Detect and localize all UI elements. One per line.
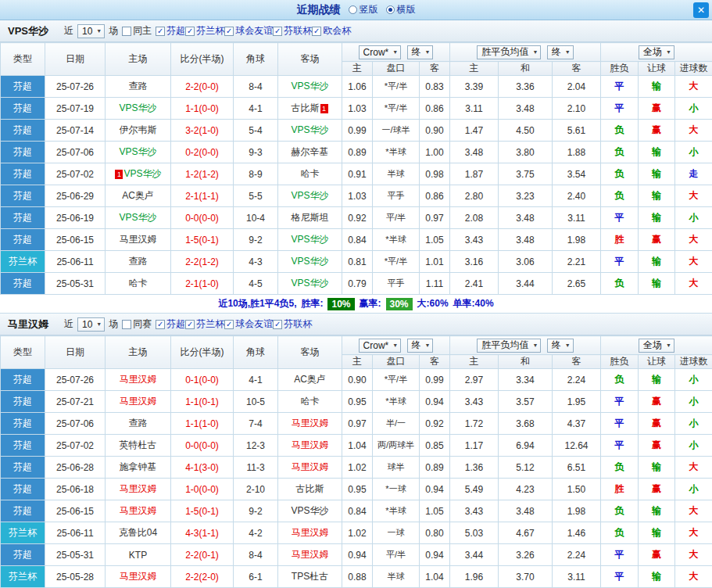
result-goals: 大 [675,273,712,295]
layout-vertical-radio[interactable]: 竖版 [349,3,378,16]
home-team-name: 马里汉姆 [120,571,157,582]
ah-away-odds: 1.01 [420,251,450,273]
ah-home-odds: 1.03 [342,98,373,120]
corner-score: 4-3 [234,251,278,273]
result-goals: 大 [675,185,712,207]
win-rate-label: 胜率: [301,297,323,310]
ah-away-odds: 0.99 [420,369,450,391]
odds-time-select[interactable]: 终 ▼ [407,45,434,59]
away-team-name: 马里汉姆 [292,418,329,428]
match-date: 25-06-11 [45,522,106,544]
eu-draw-odds: 4.67 [499,522,553,544]
result-goals: 走 [675,163,712,185]
ah-line: *半球 [373,229,420,251]
same-condition-checkbox[interactable]: 同赛 [122,317,152,331]
match-score: 0-0(0-0) [171,435,234,457]
radio-selected-icon [386,5,395,14]
layout-horizontal-radio[interactable]: 横版 [386,3,416,16]
match-row: 芬超 25-07-19 VPS华沙 1-1(0-0) 4-1 古比斯1 1.03… [1,98,712,120]
corner-score: 8-4 [234,76,278,98]
match-count-select[interactable]: 10 ▼ [77,317,105,332]
result-handicap: 赢 [639,98,675,120]
league-filter-checkbox[interactable]: ✓球会友谊 [224,24,273,38]
away-team-name: VPS华沙 [291,256,328,267]
ah-away-odds: 1.04 [420,566,450,588]
away-team-cell: 哈卡 [278,391,342,413]
home-team-cell: 克鲁比04 [106,522,171,544]
league-filter-checkbox[interactable]: ✓芬联杯 [273,24,312,38]
league-type-cell: 芬超 [1,142,45,163]
result-wdl: 平 [601,76,639,98]
subcol-eu-away: 客 [553,355,601,369]
league-filter-checkbox[interactable]: ✓芬联杯 [273,317,312,331]
col-header-date: 日期 [45,43,106,76]
eu-home-odds: 3.48 [450,142,499,163]
chevron-down-icon: ▼ [425,49,431,55]
match-scope-select[interactable]: 全场 ▼ [639,45,674,59]
ah-away-odds: 0.83 [420,76,450,98]
col-header-home: 主场 [106,336,171,369]
layout-horizontal-label: 横版 [397,3,416,16]
league-filter-checkbox[interactable]: ✓芬兰杯 [185,24,224,38]
match-row: 芬兰杯 25-06-11 克鲁比04 4-3(1-1) 4-2 马里汉姆 1.0… [1,522,712,544]
europe-odds-value: 胜平负均值 [481,45,528,59]
league-type-cell: 芬兰杯 [1,522,45,544]
eu-draw-odds: 6.94 [499,435,553,457]
league-filter-checkbox[interactable]: ✓芬兰杯 [185,317,224,331]
away-team-cell: AC奥卢 [278,369,342,391]
checkbox-checked-icon: ✓ [273,320,282,329]
league-type-cell: 芬超 [1,273,45,295]
team-record-section: 马里汉姆 近 10 ▼ 场 同赛 ✓芬超✓芬兰杯✓球会友谊✓芬联杯 [0,314,712,588]
league-filter-checkbox[interactable]: ✓芬超 [156,317,185,331]
europe-odds-select[interactable]: 胜平负均值 ▼ [477,45,541,59]
corner-score: 2-10 [234,479,278,500]
league-filter-label: 芬兰杯 [196,24,224,38]
close-icon: ✕ [697,5,705,16]
league-type-cell: 芬超 [1,98,45,120]
league-filter-checkbox[interactable]: ✓球会友谊 [224,317,273,331]
eu-draw-odds: 3.80 [499,142,553,163]
col-header-score: 比分(半场) [171,43,234,76]
ah-away-odds: 0.98 [420,163,450,185]
league-filter-checkbox[interactable]: ✓欧会杯 [312,24,351,38]
europe-time-select[interactable]: 终 ▼ [547,339,574,353]
odds-company-select[interactable]: Crow* ▼ [359,45,402,59]
subcol-ah-line: 盘口 [373,62,420,76]
big-rate-text: 大:60% [417,297,449,310]
away-team-cell: 格尼斯坦 [278,207,342,229]
home-team-name: 英特杜古 [120,439,157,450]
eu-away-odds: 12.64 [553,435,601,457]
home-team-cell: 马里汉姆 [106,566,171,588]
result-goals: 小 [675,98,712,120]
subcol-eu-away: 客 [553,62,601,76]
ah-home-odds: 0.89 [342,142,373,163]
checkbox-checked-icon: ✓ [224,320,234,329]
subcol-ah-home: 主 [342,355,373,369]
result-goals: 小 [675,479,712,500]
ah-line: 一/球半 [373,120,420,142]
league-filter-checkbox[interactable]: ✓芬超 [156,24,185,38]
dialog-titlebar: 近期战绩 竖版 横版 ✕ [0,0,712,20]
col-header-corner: 角球 [234,43,278,76]
match-count-select[interactable]: 10 ▼ [77,24,105,38]
eu-home-odds: 2.41 [450,273,499,295]
match-scope-select[interactable]: 全场 ▼ [639,339,674,353]
col-header-type: 类型 [1,336,45,369]
match-score: 1-1(0-1) [171,391,234,413]
league-type-cell: 芬超 [1,207,45,229]
ah-home-odds: 0.97 [342,413,373,435]
odds-company-select[interactable]: Crow* ▼ [359,339,402,353]
corner-score: 10-4 [234,207,278,229]
subcol-eu-draw: 和 [499,62,553,76]
result-goals: 大 [675,522,712,544]
odds-time-select[interactable]: 终 ▼ [407,339,434,353]
home-team-name: VPS华沙 [123,168,161,179]
same-condition-checkbox[interactable]: 同主 [122,24,152,38]
match-row: 芬超 25-06-15 马里汉姆 1-5(0-1) 9-2 VPS华沙 0.84… [1,229,712,251]
chevron-down-icon: ▼ [425,342,431,348]
europe-time-select[interactable]: 终 ▼ [547,45,574,59]
close-button[interactable]: ✕ [693,2,709,18]
home-team-cell: VPS华沙 [106,142,171,163]
europe-odds-select[interactable]: 胜平负均值 ▼ [477,339,541,353]
match-scope-value: 全场 [643,45,662,59]
